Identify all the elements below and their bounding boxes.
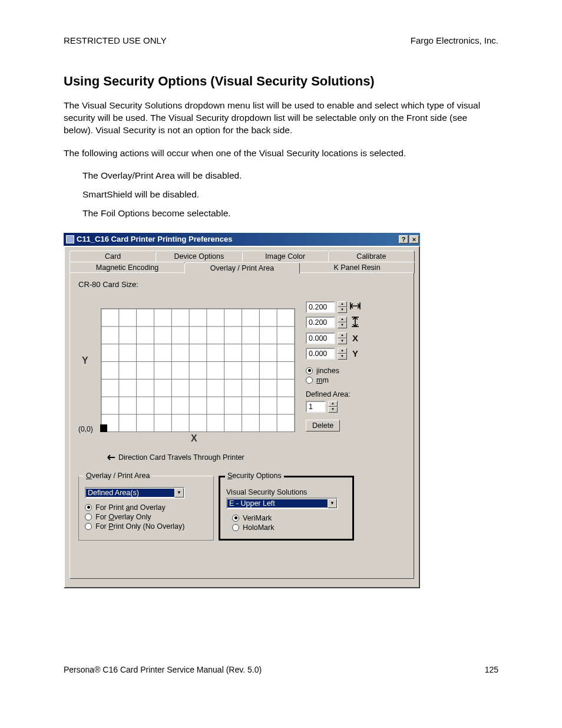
height-spinner[interactable]: ▲▼ [338,317,347,328]
chevron-down-icon[interactable]: ▼ [174,488,184,498]
vss-combo-value: E - Upper Left [227,499,328,508]
x-input[interactable]: 0.000 [306,332,335,344]
overlay-group-title: verlay / Print Area [92,472,150,480]
tab-magnetic-encoding[interactable]: Magnetic Encoding [70,262,185,273]
tab-overlay-print-area[interactable]: Overlay / Print Area [184,262,300,274]
x-axis-label: X [191,433,197,444]
tab-calibrate[interactable]: Calibrate [328,251,415,262]
bullet-overlay: The Overlay/Print Area will be disabled. [82,170,498,181]
radio-print-only[interactable] [85,523,92,530]
radio-holomark[interactable] [232,524,239,531]
defined-area-label: Defined Area: [306,390,400,398]
y-icon: Y [349,348,361,358]
chevron-down-icon[interactable]: ▼ [328,499,337,508]
footer-left: Persona® C16 Card Printer Service Manual… [64,665,262,674]
defined-area-spinner[interactable]: ▲▼ [328,401,338,413]
tab-panel: CR-80 Card Size: Y [70,272,414,579]
radio-verimark[interactable] [232,515,239,522]
radio-print-overlay[interactable] [85,504,92,511]
tab-strip: Card Device Options Image Color Calibrat… [70,251,414,273]
verimark-row[interactable]: VeriMark [232,514,346,522]
direction-label: Direction Card Travels Through Printer [105,453,244,462]
holomark-row[interactable]: HoloMark [232,523,346,532]
security-group-title: ecurity Options [232,472,281,480]
origin-label: (0,0) [78,425,93,433]
close-button[interactable]: × [409,235,419,243]
preferences-dialog: C11_C16 Card Printer Printing Preference… [64,233,420,588]
width-spinner[interactable]: ▲▼ [338,301,347,313]
card-size-label: CR-80 Card Size: [78,280,405,289]
overlay-combo-value: Defined Area(s) [86,489,174,497]
units-inches-label: inches [318,367,339,375]
units-mm-label: m [322,376,328,384]
bullet-smartshield: SmartShield will be disabled. [82,189,498,200]
verimark-label: VeriMark [243,514,272,522]
overlay-group: Overlay / Print Area Defined Area(s) ▼ F… [78,476,214,541]
card-preview-grid[interactable] [101,308,295,432]
app-icon [66,235,74,243]
delete-button[interactable]: Delete [306,420,340,431]
security-options-group: Security Options Visual Security Solutio… [219,476,354,541]
bullet-foil: The Foil Options become selectable. [82,208,498,219]
tab-card[interactable]: Card [70,251,156,262]
radio-overlay-only[interactable] [85,513,92,521]
for-overlay-only-row[interactable]: For Overlay Only [85,513,207,521]
units-mm-row[interactable]: mm [306,376,400,384]
window-title: C11_C16 Card Printer Printing Preference… [77,235,232,243]
tab-image-color[interactable]: Image Color [242,251,329,262]
radio-mm[interactable] [306,377,313,384]
x-spinner[interactable]: ▲▼ [338,332,347,344]
overlay-combo[interactable]: Defined Area(s) ▼ [85,487,185,499]
height-input[interactable]: 0.200 [306,317,335,328]
y-spinner[interactable]: ▲▼ [338,348,347,360]
holomark-label: HoloMark [243,523,275,532]
footer-page: 125 [485,665,498,674]
height-icon [349,317,361,329]
defined-area-input[interactable]: 1 [306,401,326,413]
header-left: RESTRICTED USE ONLY [64,35,167,45]
width-icon [349,302,361,312]
width-input[interactable]: 0.200 [306,301,335,313]
direction-text: Direction Card Travels Through Printer [118,453,244,462]
origin-marker [100,424,107,432]
tab-k-panel-resin[interactable]: K Panel Resin [299,262,415,273]
radio-inches[interactable] [306,367,313,374]
y-input[interactable]: 0.000 [306,348,335,360]
y-axis-label: Y [82,355,88,366]
vss-label: Visual Security Solutions [226,488,346,496]
para-intro: The Visual Security Solutions dropdown m… [64,100,498,137]
help-button[interactable]: ? [399,235,408,243]
for-print-and-overlay-row[interactable]: For Print and Overlay [85,503,207,512]
header-right: Fargo Electronics, Inc. [411,35,498,45]
tab-device-options[interactable]: Device Options [156,251,242,262]
for-print-only-row[interactable]: For Print Only (No Overlay) [85,522,207,531]
units-inches-row[interactable]: iinches [306,367,400,375]
x-icon: X [349,333,361,343]
page-title: Using Security Options (Visual Security … [64,74,498,89]
para-actions: The following actions will occur when on… [64,147,498,160]
vss-combo[interactable]: E - Upper Left ▼ [226,498,338,509]
titlebar[interactable]: C11_C16 Card Printer Printing Preference… [64,233,420,246]
